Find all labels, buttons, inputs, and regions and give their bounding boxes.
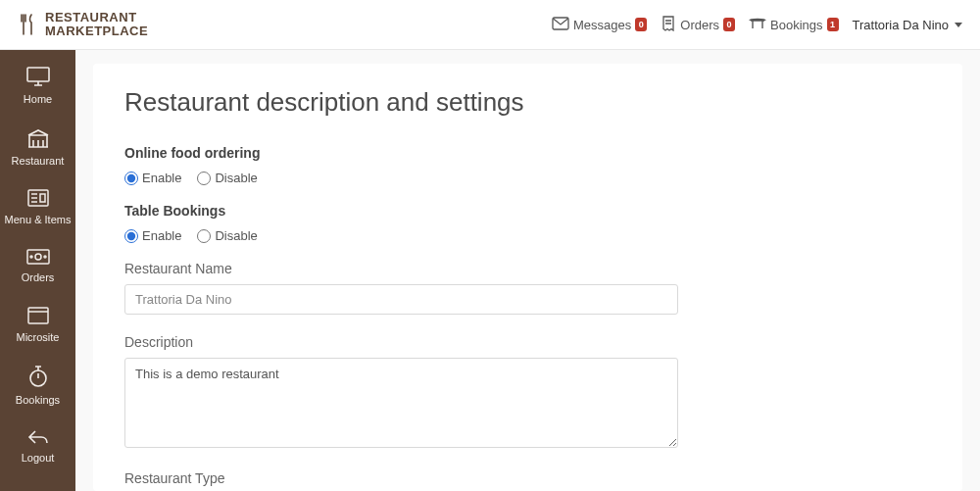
radio-input[interactable] (124, 229, 138, 243)
sidebar-item-restaurant[interactable]: Restaurant (0, 118, 75, 179)
brand-logo[interactable]: RESTAURANT MARKETPLACE (18, 11, 148, 39)
nav-bookings[interactable]: Bookings 1 (749, 17, 838, 33)
radio-input[interactable] (197, 172, 211, 185)
table-bookings-radio-group: Enable Disable (124, 228, 931, 243)
receipt-icon (661, 16, 676, 34)
brand-line1: RESTAURANT (45, 11, 148, 25)
svg-point-5 (30, 256, 32, 258)
nav-messages[interactable]: Messages 0 (552, 17, 647, 33)
sidebar-item-label: Orders (22, 271, 55, 284)
radio-label: Enable (142, 228, 181, 243)
svg-rect-7 (28, 308, 48, 323)
sidebar-item-menu[interactable]: Menu & Items (0, 178, 75, 238)
chevron-down-icon (955, 23, 962, 27)
user-menu[interactable]: Trattoria Da Nino (853, 18, 963, 32)
nav-messages-badge: 0 (635, 18, 647, 31)
sidebar-item-logout[interactable]: Logout (0, 418, 75, 476)
content-area: Restaurant description and settings Onli… (75, 50, 980, 491)
nav-orders-label: Orders (680, 18, 719, 32)
radio-label: Disable (215, 228, 257, 243)
description-textarea[interactable] (124, 358, 678, 448)
sidebar-item-microsite[interactable]: Microsite (0, 296, 75, 356)
sidebar-item-label: Bookings (16, 394, 60, 407)
newspaper-icon (26, 188, 50, 208)
online-ordering-label: Online food ordering (124, 145, 931, 161)
nav-messages-label: Messages (573, 18, 631, 32)
fork-knife-icon (18, 13, 37, 36)
nav-orders[interactable]: Orders 0 (661, 16, 735, 34)
envelope-icon (552, 17, 569, 33)
restaurant-name-label: Restaurant Name (124, 261, 931, 276)
radio-label: Enable (142, 171, 181, 185)
nav-bookings-badge: 1 (827, 18, 839, 31)
monitor-icon (25, 66, 51, 87)
nav-bookings-label: Bookings (770, 18, 822, 32)
online-ordering-radio-group: Enable Disable (124, 171, 931, 185)
stopwatch-icon (27, 365, 49, 388)
sidebar-item-label: Menu & Items (5, 214, 72, 226)
table-bookings-enable[interactable]: Enable (124, 228, 181, 243)
sidebar-item-label: Home (24, 93, 52, 106)
online-ordering-enable[interactable]: Enable (124, 171, 181, 185)
settings-card: Restaurant description and settings Onli… (93, 64, 962, 491)
topbar: RESTAURANT MARKETPLACE Messages 0 Orders (0, 0, 980, 50)
description-label: Description (124, 334, 931, 350)
sidebar: Home Restaurant Menu & Items (0, 50, 75, 491)
user-name: Trattoria Da Nino (853, 18, 950, 32)
sidebar-item-home[interactable]: Home (0, 56, 75, 118)
building-icon (25, 127, 51, 149)
sidebar-item-bookings[interactable]: Bookings (0, 355, 75, 418)
sidebar-item-orders[interactable]: Orders (0, 238, 75, 296)
svg-point-6 (44, 256, 46, 258)
radio-input[interactable] (124, 172, 138, 185)
brand-line2: MARKETPLACE (45, 25, 148, 38)
window-icon (26, 306, 50, 325)
radio-input[interactable] (197, 229, 211, 243)
cash-icon (25, 248, 51, 266)
online-ordering-disable[interactable]: Disable (197, 171, 257, 185)
restaurant-type-label: Restaurant Type (124, 470, 931, 486)
sidebar-item-label: Logout (22, 452, 55, 465)
radio-label: Disable (215, 171, 257, 185)
page-title: Restaurant description and settings (124, 87, 931, 118)
restaurant-name-input[interactable] (124, 284, 678, 315)
top-nav: Messages 0 Orders 0 Bookings 1 Tra (552, 16, 962, 34)
table-bookings-disable[interactable]: Disable (197, 228, 257, 243)
table-bookings-label: Table Bookings (124, 203, 931, 219)
reply-arrow-icon (26, 428, 50, 446)
svg-rect-1 (27, 68, 49, 81)
table-icon (749, 17, 766, 33)
sidebar-item-label: Restaurant (12, 155, 65, 168)
nav-orders-badge: 0 (723, 18, 735, 31)
sidebar-item-label: Microsite (16, 331, 59, 344)
svg-point-4 (35, 254, 41, 260)
